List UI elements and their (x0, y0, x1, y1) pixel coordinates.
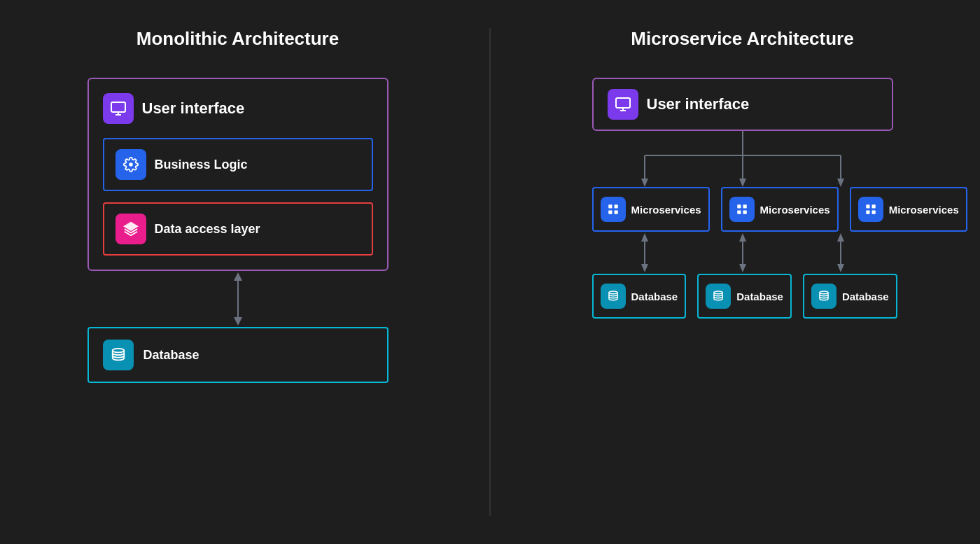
svg-point-40 (609, 291, 617, 294)
svg-rect-25 (737, 211, 741, 214)
svg-rect-35 (742, 240, 743, 265)
microservice-label-2: Microservices (760, 204, 830, 216)
db-icon-2 (706, 284, 731, 309)
database-box-2: Database (697, 274, 792, 319)
svg-rect-21 (608, 211, 612, 214)
svg-rect-8 (616, 98, 630, 108)
grid-icon-3 (858, 197, 883, 222)
database-label-3: Database (842, 291, 889, 302)
svg-marker-18 (837, 179, 844, 187)
grid-icon-2 (729, 197, 755, 222)
svg-marker-16 (739, 179, 746, 187)
db-icon-1 (601, 284, 626, 309)
microservice-label-3: Microservices (889, 204, 959, 216)
svg-marker-39 (837, 264, 844, 272)
ui-header: User interface (103, 93, 373, 124)
database-label-1: Database (631, 291, 678, 302)
db-icon-mono (103, 340, 134, 370)
section-divider (489, 28, 491, 516)
monitor-icon-mono (103, 93, 134, 124)
tree-connector (592, 131, 893, 187)
svg-rect-38 (840, 240, 841, 265)
monolithic-content: User interface Business Logic (42, 78, 433, 383)
svg-rect-30 (872, 211, 875, 214)
microservice-box-1: Microservices (592, 187, 710, 232)
database-box-3: Database (803, 274, 897, 319)
grid-icon-1 (601, 197, 626, 222)
svg-rect-32 (644, 240, 645, 265)
svg-rect-22 (614, 211, 617, 214)
svg-rect-27 (866, 204, 869, 208)
svg-rect-29 (866, 211, 869, 214)
microservice-label-1: Microservices (631, 204, 701, 216)
svg-marker-14 (641, 179, 648, 187)
svg-rect-5 (237, 279, 239, 319)
svg-marker-36 (739, 264, 746, 272)
monolithic-outer-box: User interface Business Logic (88, 78, 388, 271)
ui-label-micro: User interface (647, 95, 750, 113)
microservice-box-2: Microservices (721, 187, 839, 232)
layers-icon (115, 214, 146, 244)
business-logic-label: Business Logic (155, 158, 248, 172)
databases-row: Database Database (592, 274, 893, 319)
svg-rect-19 (608, 204, 612, 208)
monitor-icon-micro (608, 89, 638, 120)
svg-rect-24 (743, 204, 746, 208)
monolithic-title: Monolithic Architecture (136, 28, 339, 50)
ui-label-mono: User interface (142, 99, 245, 118)
database-label-2: Database (736, 291, 783, 302)
business-logic-box: Business Logic (103, 138, 373, 191)
svg-rect-0 (111, 102, 125, 112)
database-label-mono: Database (144, 348, 200, 363)
mono-arrow (231, 271, 245, 327)
database-box-1: Database (592, 274, 687, 319)
database-box-mono: Database (88, 327, 388, 383)
svg-point-42 (820, 291, 828, 294)
microservice-section: Microservice Architecture User interface (547, 28, 938, 516)
svg-rect-26 (743, 211, 746, 214)
svg-marker-3 (124, 223, 136, 230)
main-container: Monolithic Architecture User interface (0, 0, 980, 544)
microservice-box-3: Microservices (850, 187, 967, 232)
svg-point-7 (112, 349, 124, 353)
data-access-label: Data access layer (155, 222, 260, 237)
svg-rect-20 (614, 204, 617, 208)
microservice-content: User interface (547, 78, 938, 319)
svg-marker-33 (641, 264, 648, 272)
db-icon-3 (811, 284, 836, 309)
gear-icon (115, 149, 146, 180)
microservice-title: Microservice Architecture (631, 28, 853, 50)
microservices-row: Microservices Microservices (592, 187, 893, 232)
svg-rect-23 (737, 204, 741, 208)
micro-db-arrows (592, 232, 893, 274)
svg-point-41 (714, 291, 722, 294)
monolithic-section: Monolithic Architecture User interface (42, 28, 433, 516)
data-access-box: Data access layer (103, 202, 373, 256)
micro-ui-box: User interface (592, 78, 893, 131)
svg-marker-6 (234, 317, 242, 326)
svg-rect-28 (872, 204, 875, 208)
